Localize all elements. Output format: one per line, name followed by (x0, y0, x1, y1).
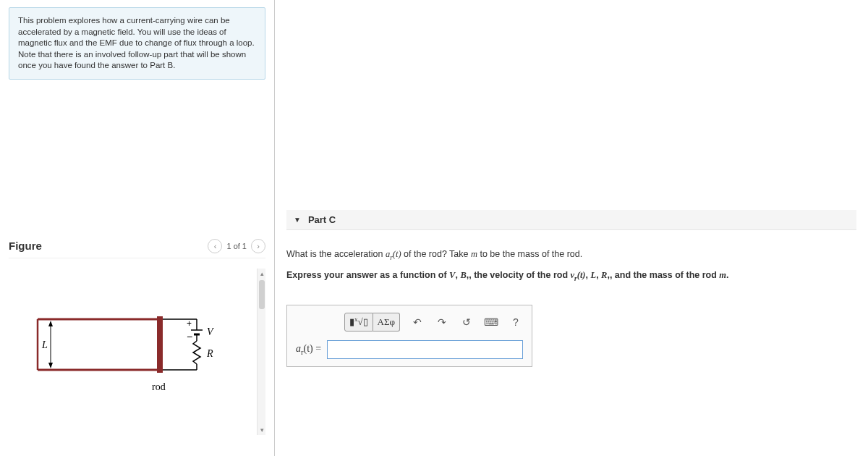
instruction-text: Express your answer as a function of V, … (286, 269, 856, 284)
label-plus: + (187, 318, 192, 329)
label-L: L (41, 339, 48, 350)
circuit-diagram: L + − V R rod (9, 269, 233, 421)
scroll-down-button[interactable]: ▾ (258, 425, 266, 435)
help-button[interactable]: ? (509, 315, 523, 329)
figure-section: Figure ‹ 1 of 1 › (9, 239, 265, 435)
input-label: ar(t) = (296, 343, 321, 356)
answer-toolbar: ▮x√▯ ΑΣφ ↶ ↷ ↺ ⌨ ? (296, 313, 523, 332)
label-rod: rod (152, 381, 166, 392)
answer-input[interactable] (327, 340, 523, 359)
figure-next-button[interactable]: › (251, 239, 265, 253)
part-label: Part C (308, 214, 336, 225)
answer-box: ▮x√▯ ΑΣφ ↶ ↷ ↺ ⌨ ? ar(t) = (286, 305, 532, 367)
right-pane: ▼ Part C What is the acceleration ar(t) … (275, 0, 868, 456)
part-header[interactable]: ▼ Part C (286, 210, 856, 230)
label-R: R (206, 348, 213, 359)
caret-down-icon: ▼ (294, 216, 301, 224)
templates-button[interactable]: ▮x√▯ (344, 313, 373, 332)
figure-title: Figure (9, 240, 42, 252)
label-minus: − (187, 331, 192, 342)
label-V: V (207, 326, 214, 337)
reset-icon[interactable]: ↺ (459, 315, 474, 329)
figure-nav: ‹ 1 of 1 › (208, 239, 265, 253)
redo-icon[interactable]: ↷ (435, 315, 449, 329)
greek-button[interactable]: ΑΣφ (373, 313, 400, 332)
figure-prev-button[interactable]: ‹ (208, 239, 222, 253)
scroll-up-button[interactable]: ▴ (258, 269, 266, 279)
left-pane: This problem explores how a current-carr… (0, 0, 275, 456)
svg-marker-6 (48, 363, 53, 368)
undo-icon[interactable]: ↶ (410, 315, 425, 329)
intro-text: This problem explores how a current-carr… (9, 7, 265, 80)
figure-scrollbar[interactable]: ▴ ▾ (257, 269, 265, 435)
svg-rect-3 (157, 316, 163, 373)
keyboard-icon[interactable]: ⌨ (484, 315, 498, 329)
svg-marker-5 (48, 321, 53, 326)
scroll-thumb[interactable] (259, 280, 265, 309)
question-text: What is the acceleration ar(t) of the ro… (286, 248, 856, 263)
figure-counter: 1 of 1 (226, 242, 247, 250)
